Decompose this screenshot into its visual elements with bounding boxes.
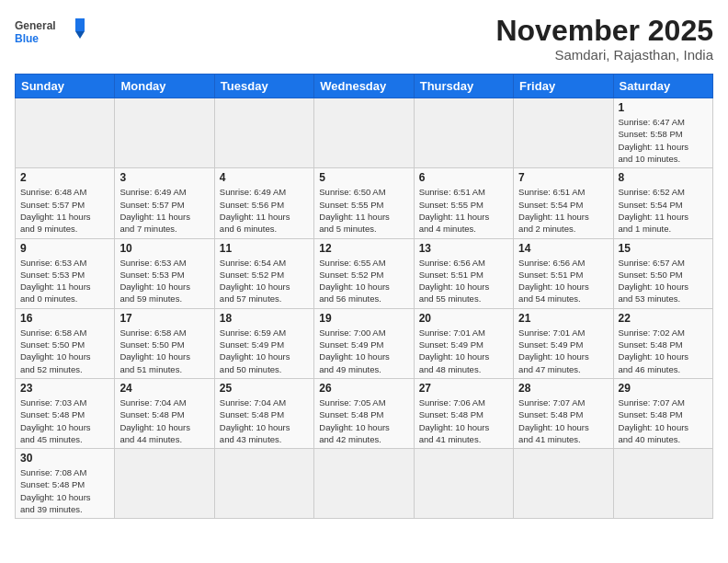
calendar-cell: 13Sunrise: 6:56 AM Sunset: 5:51 PM Dayli… xyxy=(414,238,513,308)
calendar-cell: 21Sunrise: 7:01 AM Sunset: 5:49 PM Dayli… xyxy=(514,308,613,378)
calendar-cell: 23Sunrise: 7:03 AM Sunset: 5:48 PM Dayli… xyxy=(16,378,115,448)
day-info: Sunrise: 6:49 AM Sunset: 5:57 PM Dayligh… xyxy=(119,186,209,235)
calendar-cell xyxy=(613,449,712,519)
calendar-cell: 4Sunrise: 6:49 AM Sunset: 5:56 PM Daylig… xyxy=(214,168,313,238)
svg-marker-3 xyxy=(75,31,85,39)
calendar-cell: 9Sunrise: 6:53 AM Sunset: 5:53 PM Daylig… xyxy=(16,238,115,308)
day-number: 3 xyxy=(119,171,209,184)
page-header: General Blue November 2025 Samdari, Raja… xyxy=(15,15,713,63)
calendar-cell xyxy=(16,98,115,168)
general-blue-logo-icon: General Blue xyxy=(15,15,88,52)
calendar-cell xyxy=(214,98,313,168)
day-info: Sunrise: 7:08 AM Sunset: 5:48 PM Dayligh… xyxy=(20,466,109,515)
header-sunday: Sunday xyxy=(16,75,115,98)
day-number: 24 xyxy=(119,382,209,395)
calendar-cell: 24Sunrise: 7:04 AM Sunset: 5:48 PM Dayli… xyxy=(115,378,214,448)
calendar-cell: 16Sunrise: 6:58 AM Sunset: 5:50 PM Dayli… xyxy=(16,308,115,378)
day-info: Sunrise: 7:04 AM Sunset: 5:48 PM Dayligh… xyxy=(119,396,209,445)
day-info: Sunrise: 6:57 AM Sunset: 5:50 PM Dayligh… xyxy=(619,257,708,305)
calendar-cell xyxy=(514,449,613,519)
day-info: Sunrise: 6:56 AM Sunset: 5:51 PM Dayligh… xyxy=(419,257,508,305)
day-number: 26 xyxy=(319,382,408,395)
calendar-cell: 30Sunrise: 7:08 AM Sunset: 5:48 PM Dayli… xyxy=(16,449,115,519)
day-info: Sunrise: 7:07 AM Sunset: 5:48 PM Dayligh… xyxy=(518,396,608,445)
calendar-cell: 10Sunrise: 6:53 AM Sunset: 5:53 PM Dayli… xyxy=(115,238,214,308)
calendar-cell: 7Sunrise: 6:51 AM Sunset: 5:54 PM Daylig… xyxy=(514,168,613,238)
day-info: Sunrise: 6:56 AM Sunset: 5:51 PM Dayligh… xyxy=(518,257,608,305)
svg-marker-2 xyxy=(75,18,85,31)
day-number: 2 xyxy=(20,171,109,184)
calendar-cell: 8Sunrise: 6:52 AM Sunset: 5:54 PM Daylig… xyxy=(613,168,712,238)
location: Samdari, Rajasthan, India xyxy=(495,47,713,63)
day-number: 10 xyxy=(119,242,209,255)
day-number: 1 xyxy=(619,101,708,114)
day-number: 8 xyxy=(619,171,708,184)
calendar-cell: 15Sunrise: 6:57 AM Sunset: 5:50 PM Dayli… xyxy=(613,238,712,308)
calendar-cell: 28Sunrise: 7:07 AM Sunset: 5:48 PM Dayli… xyxy=(514,378,613,448)
day-number: 28 xyxy=(518,382,608,395)
svg-text:Blue: Blue xyxy=(15,32,39,45)
day-info: Sunrise: 6:59 AM Sunset: 5:49 PM Dayligh… xyxy=(220,327,309,375)
day-info: Sunrise: 7:01 AM Sunset: 5:49 PM Dayligh… xyxy=(518,327,608,375)
calendar-cell xyxy=(115,98,214,168)
calendar-cell: 22Sunrise: 7:02 AM Sunset: 5:48 PM Dayli… xyxy=(613,308,712,378)
day-number: 22 xyxy=(619,312,708,325)
day-number: 5 xyxy=(319,171,408,184)
day-number: 11 xyxy=(220,242,309,255)
day-number: 27 xyxy=(419,382,508,395)
day-info: Sunrise: 7:05 AM Sunset: 5:48 PM Dayligh… xyxy=(319,396,408,445)
calendar-cell xyxy=(414,98,513,168)
day-number: 16 xyxy=(20,312,109,325)
calendar-cell xyxy=(514,98,613,168)
calendar-cell: 14Sunrise: 6:56 AM Sunset: 5:51 PM Dayli… xyxy=(514,238,613,308)
day-info: Sunrise: 7:06 AM Sunset: 5:48 PM Dayligh… xyxy=(419,396,508,445)
calendar-cell xyxy=(214,449,313,519)
day-info: Sunrise: 6:53 AM Sunset: 5:53 PM Dayligh… xyxy=(20,257,109,305)
weekday-header-row: Sunday Monday Tuesday Wednesday Thursday… xyxy=(16,75,713,98)
day-number: 12 xyxy=(319,242,408,255)
day-number: 6 xyxy=(419,171,508,184)
day-number: 19 xyxy=(319,312,408,325)
day-info: Sunrise: 6:51 AM Sunset: 5:54 PM Dayligh… xyxy=(518,186,608,235)
day-number: 17 xyxy=(119,312,209,325)
calendar-cell: 18Sunrise: 6:59 AM Sunset: 5:49 PM Dayli… xyxy=(214,308,313,378)
day-number: 30 xyxy=(20,452,109,465)
day-info: Sunrise: 6:52 AM Sunset: 5:54 PM Dayligh… xyxy=(619,186,708,235)
day-number: 13 xyxy=(419,242,508,255)
calendar-cell xyxy=(414,449,513,519)
day-number: 20 xyxy=(419,312,508,325)
calendar-cell: 2Sunrise: 6:48 AM Sunset: 5:57 PM Daylig… xyxy=(16,168,115,238)
calendar-cell xyxy=(314,98,414,168)
day-number: 9 xyxy=(20,242,109,255)
day-info: Sunrise: 6:54 AM Sunset: 5:52 PM Dayligh… xyxy=(220,257,309,305)
calendar-cell: 6Sunrise: 6:51 AM Sunset: 5:55 PM Daylig… xyxy=(414,168,513,238)
calendar-cell: 19Sunrise: 7:00 AM Sunset: 5:49 PM Dayli… xyxy=(314,308,414,378)
day-info: Sunrise: 6:58 AM Sunset: 5:50 PM Dayligh… xyxy=(20,327,109,375)
day-info: Sunrise: 6:58 AM Sunset: 5:50 PM Dayligh… xyxy=(119,327,209,375)
day-number: 23 xyxy=(20,382,109,395)
day-info: Sunrise: 6:53 AM Sunset: 5:53 PM Dayligh… xyxy=(119,257,209,305)
header-saturday: Saturday xyxy=(613,75,712,98)
day-info: Sunrise: 6:47 AM Sunset: 5:58 PM Dayligh… xyxy=(619,116,708,165)
header-tuesday: Tuesday xyxy=(214,75,313,98)
day-info: Sunrise: 7:00 AM Sunset: 5:49 PM Dayligh… xyxy=(319,327,408,375)
day-info: Sunrise: 6:51 AM Sunset: 5:55 PM Dayligh… xyxy=(419,186,508,235)
calendar-cell: 25Sunrise: 7:04 AM Sunset: 5:48 PM Dayli… xyxy=(214,378,313,448)
calendar-cell: 27Sunrise: 7:06 AM Sunset: 5:48 PM Dayli… xyxy=(414,378,513,448)
svg-text:General: General xyxy=(15,19,56,32)
calendar-cell: 29Sunrise: 7:07 AM Sunset: 5:48 PM Dayli… xyxy=(613,378,712,448)
logo: General Blue xyxy=(15,15,88,52)
header-friday: Friday xyxy=(514,75,613,98)
day-info: Sunrise: 6:49 AM Sunset: 5:56 PM Dayligh… xyxy=(220,186,309,235)
title-block: November 2025 Samdari, Rajasthan, India xyxy=(495,15,713,63)
calendar-cell xyxy=(115,449,214,519)
day-number: 18 xyxy=(220,312,309,325)
day-info: Sunrise: 7:07 AM Sunset: 5:48 PM Dayligh… xyxy=(619,396,708,445)
day-number: 25 xyxy=(220,382,309,395)
header-thursday: Thursday xyxy=(414,75,513,98)
day-number: 14 xyxy=(518,242,608,255)
header-monday: Monday xyxy=(115,75,214,98)
calendar-table: Sunday Monday Tuesday Wednesday Thursday… xyxy=(15,74,713,519)
day-info: Sunrise: 7:01 AM Sunset: 5:49 PM Dayligh… xyxy=(419,327,508,375)
calendar-cell: 17Sunrise: 6:58 AM Sunset: 5:50 PM Dayli… xyxy=(115,308,214,378)
